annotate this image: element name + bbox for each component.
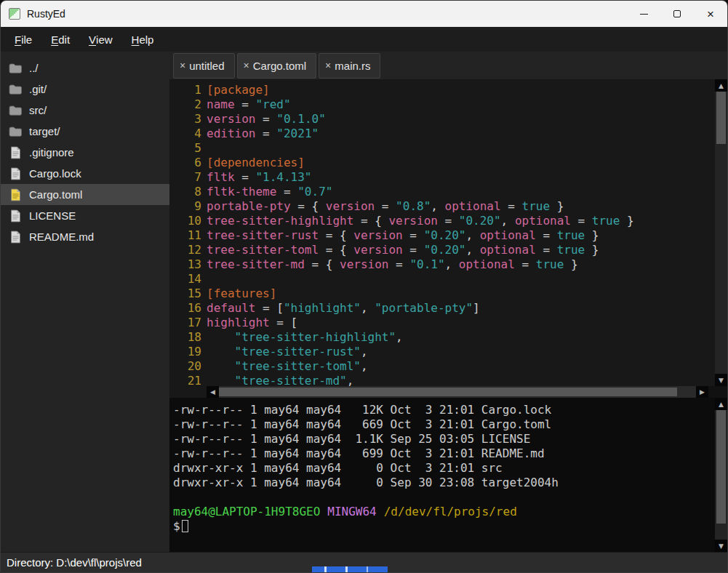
code-line: 21 "tree-sitter-md", bbox=[169, 374, 715, 386]
editor-vscroll-track[interactable] bbox=[715, 92, 727, 374]
terminal-vscrollbar[interactable]: ▲ ▼ bbox=[715, 398, 727, 552]
line-number: 7 bbox=[169, 170, 201, 185]
right-arrow-icon: ▶ bbox=[700, 388, 705, 396]
code-line: 13tree-sitter-md = { version = "0.1", op… bbox=[169, 257, 715, 272]
line-number: 20 bbox=[169, 359, 201, 374]
code-line: 6[dependencies] bbox=[169, 156, 715, 170]
prompt-symbol: $ bbox=[173, 519, 180, 533]
line-number: 21 bbox=[169, 374, 201, 386]
tab-cargo-toml[interactable]: ×Cargo.toml bbox=[237, 53, 317, 79]
editor[interactable]: 1[package]2name = "red"3version = "0.1.0… bbox=[169, 79, 715, 386]
sidebar-item-label: .gitignore bbox=[29, 146, 74, 159]
line-number: 13 bbox=[169, 257, 201, 272]
line-number: 19 bbox=[169, 345, 201, 359]
editor-scroll-left-button[interactable]: ◀ bbox=[207, 386, 219, 398]
code-line: 11tree-sitter-rust = { version = "0.20",… bbox=[169, 228, 715, 243]
up-arrow-icon: ▲ bbox=[719, 401, 724, 408]
code-line: 15[features] bbox=[169, 286, 715, 301]
editor-hscroll-thumb[interactable] bbox=[219, 388, 677, 396]
sidebar-item-parent-dir[interactable]: ../ bbox=[1, 57, 169, 79]
folder-icon bbox=[8, 105, 23, 116]
terminal-line: -rw-r--r-- 1 may64 may64 1.1K Sep 25 03:… bbox=[173, 432, 715, 446]
code-line: 3version = "0.1.0" bbox=[169, 112, 715, 127]
tab-main-rs[interactable]: ×main.rs bbox=[319, 53, 380, 79]
code-line: 14 bbox=[169, 272, 715, 286]
code-line: 20 "tree-sitter-toml", bbox=[169, 359, 715, 374]
maximize-button[interactable] bbox=[660, 1, 694, 27]
sidebar-item-label: LICENSE bbox=[29, 209, 76, 222]
terminal-output: -rw-r--r-- 1 may64 may64 12K Oct 3 21:01… bbox=[173, 403, 715, 490]
statusbar-text: Directory: D:\dev\fl\projs\red bbox=[7, 556, 142, 569]
line-number: 4 bbox=[169, 127, 201, 141]
editor-hscroll-track[interactable] bbox=[219, 386, 696, 398]
sidebar-item-git[interactable]: .git/ bbox=[1, 79, 169, 100]
terminal-vscroll-thumb[interactable] bbox=[716, 410, 726, 524]
terminal-vscroll-track[interactable] bbox=[715, 410, 727, 540]
terminal-input-line[interactable]: $ bbox=[173, 519, 715, 534]
folder-icon bbox=[8, 84, 23, 95]
terminal-scroll-down-button[interactable]: ▼ bbox=[715, 540, 727, 552]
editor-scroll-up-button[interactable]: ▲ bbox=[715, 79, 727, 92]
minimize-button[interactable] bbox=[627, 1, 660, 27]
tabbar: ×untitled×Cargo.toml×main.rs bbox=[169, 52, 727, 79]
file-icon bbox=[8, 188, 23, 201]
code-line: 4edition = "2021" bbox=[169, 127, 715, 141]
sidebar-item-gitignore[interactable]: .gitignore bbox=[1, 142, 169, 163]
app-icon bbox=[9, 8, 20, 20]
tab-untitled[interactable]: ×untitled bbox=[173, 53, 235, 79]
file-icon bbox=[8, 167, 23, 180]
menu-item-edit[interactable]: Edit bbox=[41, 27, 79, 52]
sidebar-item-license[interactable]: LICENSE bbox=[1, 205, 169, 226]
main-area: ../.git/src/target/.gitignoreCargo.lockC… bbox=[1, 52, 727, 552]
titlebar: RustyEd × bbox=[1, 1, 727, 27]
left-arrow-icon: ◀ bbox=[210, 388, 215, 396]
line-number: 3 bbox=[169, 112, 201, 127]
code-line: 10tree-sitter-highlight = { version = "0… bbox=[169, 214, 715, 228]
folder-icon bbox=[8, 126, 23, 137]
file-tree: ../.git/src/target/.gitignoreCargo.lockC… bbox=[1, 52, 169, 552]
sidebar-item-label: ../ bbox=[29, 62, 39, 74]
line-number: 12 bbox=[169, 243, 201, 257]
line-number: 17 bbox=[169, 316, 201, 330]
terminal-line: -rw-r--r-- 1 may64 may64 12K Oct 3 21:01… bbox=[173, 403, 715, 417]
close-button[interactable]: × bbox=[694, 1, 727, 27]
line-number: 9 bbox=[169, 199, 201, 214]
editor-vscrollbar[interactable]: ▲ ▼ bbox=[715, 79, 727, 386]
line-number: 15 bbox=[169, 286, 201, 301]
gutter-spacer bbox=[169, 386, 207, 398]
sidebar-item-cargo-lock[interactable]: Cargo.lock bbox=[1, 163, 169, 184]
tab-close-icon[interactable]: × bbox=[180, 60, 185, 71]
editor-hscrollbar[interactable]: ◀ ▶ bbox=[169, 386, 727, 398]
code-line: 17highlight = [ bbox=[169, 316, 715, 330]
taskbar-artifact bbox=[312, 566, 388, 572]
sidebar-item-cargo-toml[interactable]: Cargo.toml bbox=[1, 184, 169, 205]
sidebar-item-readme-md[interactable]: README.md bbox=[1, 226, 169, 247]
terminal-line: -rw-r--r-- 1 may64 may64 669 Oct 3 21:01… bbox=[173, 417, 715, 432]
menu-item-view[interactable]: View bbox=[79, 27, 122, 52]
tab-label: main.rs bbox=[335, 60, 370, 72]
sidebar-item-target[interactable]: target/ bbox=[1, 121, 169, 142]
down-arrow-icon: ▼ bbox=[719, 542, 724, 550]
minimize-icon bbox=[640, 14, 648, 15]
tab-label: Cargo.toml bbox=[253, 60, 306, 72]
tab-close-icon[interactable]: × bbox=[244, 60, 249, 71]
editor-scroll-down-button[interactable]: ▼ bbox=[715, 374, 727, 386]
code-line: 2name = "red" bbox=[169, 97, 715, 112]
editor-vscroll-thumb[interactable] bbox=[716, 92, 726, 144]
line-number: 6 bbox=[169, 156, 201, 170]
terminal-scroll-up-button[interactable]: ▲ bbox=[715, 398, 727, 410]
down-arrow-icon: ▼ bbox=[719, 377, 724, 384]
code-line: 16default = ["highlight", "portable-pty"… bbox=[169, 301, 715, 316]
terminal[interactable]: -rw-r--r-- 1 may64 may64 12K Oct 3 21:01… bbox=[169, 398, 715, 552]
prompt-shell: MINGW64 bbox=[327, 505, 376, 518]
terminal-line: -rw-r--r-- 1 may64 may64 699 Oct 3 21:01… bbox=[173, 446, 715, 461]
menu-item-file[interactable]: File bbox=[5, 27, 41, 52]
editor-scroll-right-button[interactable]: ▶ bbox=[696, 386, 708, 398]
sidebar-item-src[interactable]: src/ bbox=[1, 100, 169, 121]
terminal-line: drwxr-xr-x 1 may64 may64 0 Oct 3 21:01 s… bbox=[173, 461, 715, 476]
menu-item-help[interactable]: Help bbox=[122, 27, 164, 52]
file-icon bbox=[8, 146, 23, 159]
sidebar-item-label: Cargo.toml bbox=[29, 188, 82, 201]
terminal-row: -rw-r--r-- 1 may64 may64 12K Oct 3 21:01… bbox=[169, 398, 727, 552]
tab-close-icon[interactable]: × bbox=[325, 60, 331, 71]
